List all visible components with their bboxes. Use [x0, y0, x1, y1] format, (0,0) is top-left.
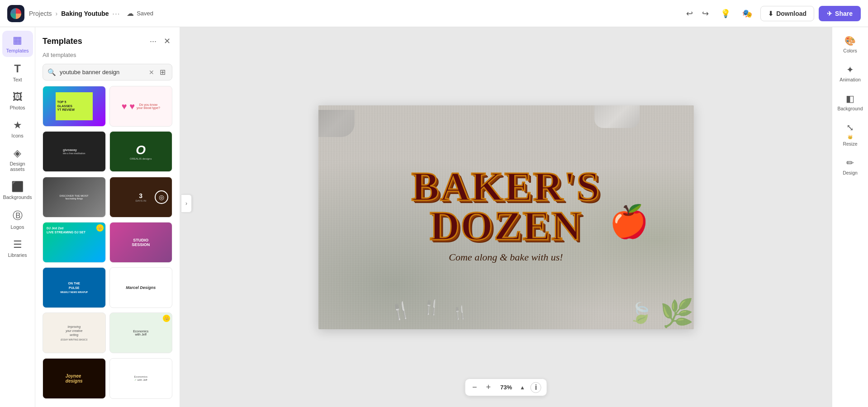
hearts-deco: ♥ ♥ — [122, 101, 135, 112]
search-input[interactable] — [60, 69, 145, 76]
resize-icon: ⤡ — [846, 122, 854, 133]
face-button[interactable]: 🎭 — [739, 5, 756, 22]
photos-icon: 🖼 — [13, 91, 23, 103]
cloth-decoration — [318, 110, 355, 137]
breadcrumb: Projects › Baking Youtube ··· — [29, 10, 120, 17]
zoom-in-button[interactable]: + — [484, 382, 493, 393]
right-item-colors[interactable]: 🎨 Colors — [835, 31, 866, 58]
right-item-label: Design — [843, 170, 858, 175]
templates-icon: ▦ — [13, 34, 22, 46]
zoom-bar: − + 73% ▲ i — [465, 379, 547, 396]
right-item-resize[interactable]: ⤡ 👑 Resize — [835, 118, 866, 151]
panel-expand-arrow[interactable]: › — [181, 194, 192, 213]
sidebar-item-icons[interactable]: ★ Icons — [2, 116, 33, 142]
fork-decoration-2: 🍴 — [422, 298, 441, 316]
design-icon: ✏ — [846, 157, 854, 168]
redo-button[interactable]: ↪ — [698, 6, 712, 21]
saved-label: Saved — [137, 10, 153, 17]
animation-icon: ✦ — [846, 64, 854, 75]
template-card[interactable]: DJ Jed ZedLIVE STREAMING DJ SET 👑 — [43, 222, 106, 263]
canvas-title: BAKER'S DOZEN — [412, 167, 601, 246]
fork-decoration-1: 🍴 — [389, 299, 413, 322]
backgrounds-icon: ⬛ — [11, 181, 24, 193]
download-button[interactable]: ⬇ Download — [760, 6, 814, 21]
leaves-decoration: 🌿 — [660, 297, 694, 329]
topbar: Projects › Baking Youtube ··· ☁ Saved ↩ … — [0, 0, 868, 27]
sidebar-item-backgrounds[interactable]: ⬛ Backgrounds — [2, 177, 33, 204]
apple-decoration: 🍎 — [609, 203, 649, 240]
icons-icon: ★ — [13, 119, 22, 131]
breadcrumb-arrow: › — [56, 10, 58, 17]
crown-badge: 👑 — [96, 224, 104, 232]
search-bar: 🔍 ✕ ⊞ — [43, 64, 172, 80]
template-card[interactable]: O OREALIS designs — [109, 131, 173, 172]
sidebar-item-label: Text — [13, 77, 22, 82]
right-item-background[interactable]: ◧ Background — [835, 89, 866, 116]
sidebar-item-libraries[interactable]: ☰ Libraries — [2, 235, 33, 261]
colors-icon: 🎨 — [844, 35, 856, 46]
logos-icon: Ⓑ — [13, 209, 23, 222]
panel-header-actions: ··· ✕ — [148, 34, 172, 48]
panel-subtitle: All templates — [35, 52, 180, 64]
main-layout: ▦ Templates T Text 🖼 Photos ★ Icons ◈ De… — [0, 27, 868, 407]
app-logo[interactable] — [7, 5, 24, 22]
leaves-decoration-2: 🍃 — [628, 301, 653, 325]
zoom-out-button[interactable]: − — [470, 382, 479, 393]
panel-more-button[interactable]: ··· — [148, 34, 158, 48]
template-card[interactable]: ON THEPULSEWEEKLY NEWS WRAPUP — [43, 267, 106, 308]
canvas-wrapper[interactable]: 🍴 🍴 🍴 🌿 🍃 🍎 BAKER'S DOZEN Come along & b… — [318, 105, 694, 329]
template-card[interactable]: Improvingyour creativewritingESSAY WRITI… — [43, 312, 106, 353]
panel-close-button[interactable]: ✕ — [162, 34, 172, 48]
breadcrumb-current: Baking Youtube — [61, 10, 109, 17]
canvas-text[interactable]: BAKER'S DOZEN Come along & bake with us! — [412, 167, 601, 263]
breadcrumb-projects[interactable]: Projects — [29, 10, 52, 17]
undo-button[interactable]: ↩ — [683, 6, 697, 21]
sidebar-item-text[interactable]: T Text — [2, 59, 33, 86]
canvas-background: 🍴 🍴 🍴 🌿 🍃 🍎 BAKER'S DOZEN Come along & b… — [318, 105, 694, 329]
template-card[interactable]: 3 DAYS IN ◎ — [109, 177, 173, 218]
share-icon: ✈ — [827, 10, 832, 17]
right-item-label: Animation — [840, 77, 861, 82]
libraries-icon: ☰ — [13, 239, 22, 251]
sidebar-item-label: Backgrounds — [3, 194, 32, 200]
template-card[interactable]: giveawaywin a free meditation — [43, 131, 106, 172]
crown-icon: 👑 — [848, 135, 853, 139]
template-card[interactable]: DISCOVER THE MOSTfascinating things — [43, 177, 106, 218]
filter-button[interactable]: ⊞ — [158, 67, 167, 77]
sidebar-item-label: Icons — [11, 133, 23, 138]
sidebar-item-logos[interactable]: Ⓑ Logos — [2, 205, 33, 233]
sidebar-item-label: Design assets — [4, 161, 31, 172]
topbar-actions: 💡 🎭 ⬇ Download ✈ Share — [717, 5, 861, 22]
sidebar-item-label: Libraries — [8, 252, 27, 258]
templates-panel: Templates ··· ✕ All templates 🔍 ✕ ⊞ TOP … — [35, 27, 180, 407]
template-card[interactable]: STUDIOSESSION — [109, 222, 173, 263]
cloud-icon: ☁ — [127, 9, 134, 18]
right-item-design[interactable]: ✏ Design — [835, 153, 866, 180]
panel-title: Templates — [43, 37, 82, 46]
sidebar-item-label: Logos — [11, 224, 24, 230]
template-card[interactable]: Economicswith Jeff 👑 — [109, 312, 173, 353]
sidebar-item-label: Templates — [6, 48, 28, 53]
design-assets-icon: ◈ — [14, 147, 21, 159]
sidebar-item-templates[interactable]: ▦ Templates — [2, 31, 33, 57]
share-button[interactable]: ✈ Share — [819, 6, 861, 21]
lightbulb-button[interactable]: 💡 — [717, 5, 734, 22]
cloth-decoration-2 — [594, 105, 640, 128]
sidebar-item-design-assets[interactable]: ◈ Design assets — [2, 144, 33, 175]
template-card[interactable]: Joyneedesigns — [43, 358, 106, 399]
right-item-animation[interactable]: ✦ Animation — [835, 60, 866, 87]
template-card[interactable]: Economics✓ with Jeff — [109, 358, 173, 399]
search-clear-button[interactable]: ✕ — [149, 69, 154, 76]
template-card[interactable]: ♥ ♥ Do you knowyour blood type? — [109, 86, 173, 127]
download-icon: ⬇ — [768, 10, 773, 17]
left-sidebar: ▦ Templates T Text 🖼 Photos ★ Icons ◈ De… — [0, 27, 35, 407]
canvas-area[interactable]: 🍴 🍴 🍴 🌿 🍃 🍎 BAKER'S DOZEN Come along & b… — [180, 27, 832, 407]
zoom-info-button[interactable]: i — [531, 382, 541, 393]
template-card[interactable]: TOP 5GLASSESYT REVIEW — [43, 86, 106, 127]
sidebar-item-photos[interactable]: 🖼 Photos — [2, 88, 33, 114]
template-card[interactable]: Marcel Designs — [109, 267, 173, 308]
breadcrumb-more[interactable]: ··· — [113, 10, 121, 17]
download-label: Download — [776, 10, 806, 17]
zoom-percent: 73% — [498, 384, 514, 391]
zoom-chevron-button[interactable]: ▲ — [520, 384, 525, 391]
